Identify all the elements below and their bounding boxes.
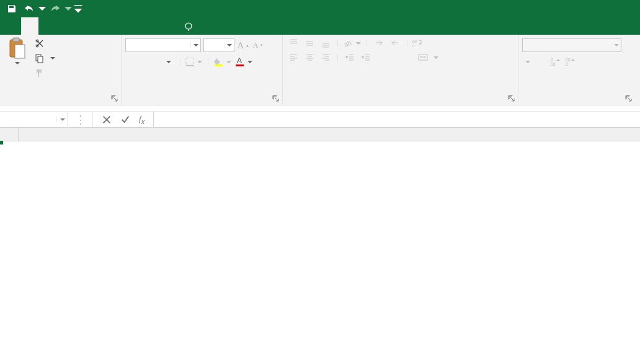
svg-text:c: c — [412, 43, 415, 48]
align-right-button[interactable] — [319, 53, 332, 62]
currency-button[interactable] — [522, 60, 531, 64]
svg-text:ab: ab — [344, 39, 352, 48]
align-right-icon — [321, 53, 331, 62]
increase-indent-icon — [362, 53, 371, 62]
border-icon — [185, 57, 194, 66]
svg-rect-4 — [13, 38, 19, 42]
paintbrush-icon — [35, 68, 45, 78]
fill-color-button[interactable] — [213, 57, 232, 66]
tell-me[interactable] — [177, 17, 205, 35]
alignment-dialog-launcher[interactable] — [508, 95, 515, 102]
tab-page-layout[interactable] — [73, 17, 91, 35]
align-bottom-button[interactable] — [319, 38, 332, 48]
decrease-indent-icon — [345, 53, 355, 62]
group-number: .0.00 .00.0 — [518, 35, 635, 105]
undo-button[interactable] — [21, 1, 37, 16]
column-headers — [0, 128, 640, 141]
copy-dropdown-icon — [50, 56, 56, 61]
underline-button[interactable] — [160, 60, 175, 64]
select-all-corner[interactable] — [0, 128, 19, 141]
undo-dropdown[interactable] — [38, 1, 46, 16]
wrap-text-button[interactable]: abc — [412, 38, 425, 48]
copy-button[interactable] — [35, 53, 56, 63]
ribbon-tabs — [0, 17, 640, 35]
tab-file[interactable] — [4, 17, 21, 35]
number-format-combo[interactable] — [522, 38, 621, 52]
rtl-icon — [391, 38, 400, 48]
decrease-decimal-button[interactable]: .00.0 — [564, 57, 576, 66]
increase-indent-button[interactable] — [359, 53, 373, 62]
chevron-down-icon — [56, 117, 68, 122]
number-dialog-launcher[interactable] — [625, 95, 633, 102]
paste-dropdown-icon — [14, 61, 20, 66]
svg-text:A: A — [237, 57, 242, 65]
redo-button[interactable] — [47, 1, 63, 16]
bucket-icon — [214, 57, 223, 66]
align-left-button[interactable] — [287, 53, 300, 62]
group-number-label — [522, 91, 631, 105]
group-clipboard-label — [4, 91, 117, 105]
tab-data[interactable] — [108, 17, 125, 35]
font-dialog-launcher[interactable] — [272, 95, 280, 102]
ribbon: A▴ A▾ A — [0, 35, 640, 105]
svg-text:.00: .00 — [564, 58, 571, 62]
qat-customize[interactable] — [73, 1, 83, 16]
increase-font-button[interactable]: A▴ — [237, 40, 249, 51]
name-box[interactable] — [0, 112, 68, 127]
svg-text:ab: ab — [412, 39, 417, 43]
decrease-decimal-icon: .00.0 — [564, 57, 576, 66]
tab-draw[interactable] — [56, 17, 73, 35]
font-color-button[interactable]: A — [234, 57, 253, 66]
svg-rect-12 — [215, 64, 223, 66]
merge-center-button[interactable] — [418, 53, 439, 62]
borders-button[interactable] — [185, 57, 203, 66]
svg-rect-5 — [15, 45, 25, 58]
align-middle-button[interactable] — [303, 38, 316, 48]
quick-access-toolbar — [4, 1, 83, 16]
font-name-combo[interactable] — [125, 38, 201, 52]
align-top-button[interactable] — [287, 38, 300, 48]
increase-decimal-icon: .0.00 — [549, 57, 561, 66]
scissors-icon — [35, 38, 45, 48]
function-spacer: ⋮ — [68, 112, 93, 127]
tab-review[interactable] — [125, 17, 143, 35]
decrease-font-button[interactable]: A▾ — [252, 41, 264, 50]
rtl-button[interactable] — [388, 38, 402, 48]
chevron-down-icon — [611, 43, 621, 48]
ltr-icon — [375, 38, 384, 48]
align-center-button[interactable] — [303, 53, 316, 62]
increase-decimal-button[interactable]: .0.00 — [549, 57, 561, 66]
cut-button[interactable] — [35, 38, 56, 48]
decrease-indent-button[interactable] — [343, 53, 357, 62]
tab-formulas[interactable] — [91, 17, 108, 35]
formula-input[interactable] — [154, 112, 640, 127]
fx-label[interactable]: fx — [139, 114, 144, 125]
orientation-button[interactable]: ab — [343, 38, 362, 48]
wrap-text-icon: abc — [412, 38, 422, 48]
svg-point-0 — [185, 23, 192, 29]
enter-formula-button[interactable] — [120, 115, 130, 125]
ltr-button[interactable] — [372, 38, 386, 48]
group-font: A▴ A▾ A — [122, 35, 283, 105]
copy-icon — [35, 53, 45, 63]
tab-insert[interactable] — [38, 17, 56, 35]
chevron-down-icon — [224, 43, 234, 48]
align-top-icon — [289, 38, 298, 48]
redo-dropdown[interactable] — [64, 1, 72, 16]
paste-button[interactable] — [4, 37, 31, 66]
orientation-icon: ab — [344, 38, 353, 48]
clipboard-dialog-launcher[interactable] — [111, 95, 118, 102]
spreadsheet — [0, 128, 640, 141]
format-painter-button[interactable] — [35, 68, 56, 78]
group-clipboard — [0, 35, 122, 105]
cancel-formula-button[interactable] — [102, 115, 112, 125]
align-center-icon — [305, 53, 314, 62]
tab-view[interactable] — [143, 17, 160, 35]
tab-home[interactable] — [21, 17, 38, 35]
align-left-icon — [289, 53, 298, 62]
svg-text:.0: .0 — [549, 58, 553, 62]
tab-help[interactable] — [160, 17, 177, 35]
font-size-combo[interactable] — [203, 38, 234, 52]
save-button[interactable] — [4, 1, 20, 16]
group-alignment: ab abc — [283, 35, 518, 105]
